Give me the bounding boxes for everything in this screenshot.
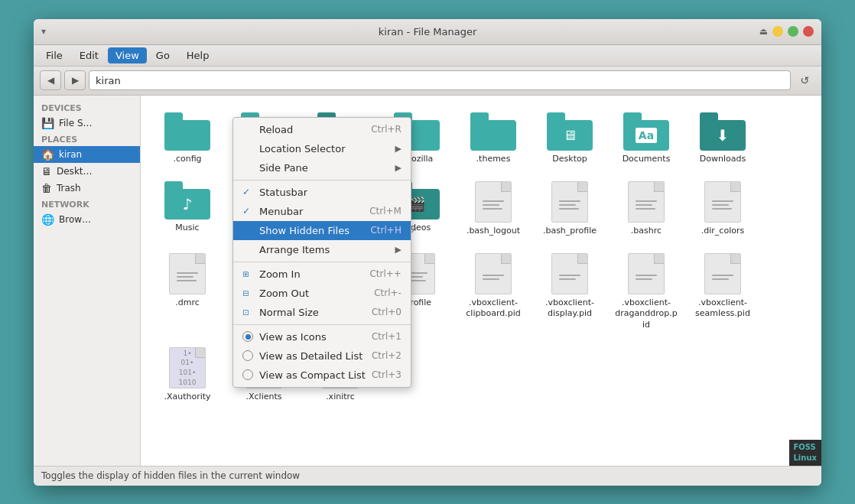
- docfile-vboxclient-seamless: [704, 253, 741, 294]
- dropdown-item-view-icons[interactable]: View as Icons Ctrl+1: [233, 327, 411, 346]
- address-text: kiran: [96, 75, 121, 86]
- sidebar-item-desktop-label: Deskt…: [57, 166, 93, 177]
- menubar-shortcut: Ctrl+M: [369, 206, 401, 216]
- menu-file[interactable]: File: [38, 47, 70, 63]
- file-item-vboxclient-clipboard[interactable]: .vboxclient-clipboard.pid: [459, 249, 528, 335]
- file-label-vboxclient-draganddrop: .vboxclient-draganddrop.pid: [615, 298, 678, 330]
- address-bar[interactable]: kiran: [89, 70, 791, 90]
- window-menu-icon[interactable]: ▾: [41, 26, 46, 37]
- zoom-out-shortcut: Ctrl+-: [374, 288, 401, 298]
- dropdown-item-side-pane[interactable]: · Side Pane ▶: [233, 158, 411, 177]
- home-icon: 🏠: [41, 148, 54, 161]
- file-label-downloads: Downloads: [700, 154, 746, 164]
- close-button[interactable]: [803, 26, 814, 37]
- file-item-bashrc[interactable]: .bashrc: [612, 177, 681, 241]
- view-compact-shortcut: Ctrl+3: [372, 369, 401, 380]
- file-item-bash-logout[interactable]: .bash_logout: [459, 177, 528, 241]
- statusbar: Toggles the display of hidden files in t…: [34, 466, 821, 486]
- file-item-documents[interactable]: Aa Documents: [612, 108, 681, 169]
- forward-button[interactable]: ▶: [64, 70, 86, 90]
- titlebar: ▾ kiran - File Manager ⏏: [34, 19, 821, 45]
- network-icon: 🌐: [41, 213, 54, 226]
- file-label-themes: .themes: [476, 154, 511, 164]
- menu-go[interactable]: Go: [148, 47, 177, 63]
- window-title: kiran - File Manager: [379, 26, 477, 37]
- menubar: File Edit View Go Help: [34, 45, 821, 67]
- dropdown-item-view-list[interactable]: View as Detailed List Ctrl+2: [233, 346, 411, 366]
- reload-label: Reload: [259, 124, 293, 135]
- main-content: DEVICES 💾 File S… PLACES 🏠 kiran 🖥 Deskt…: [34, 96, 821, 466]
- sidebar-item-filesystem[interactable]: 💾 File S…: [34, 115, 140, 132]
- foss-text: FOSS: [794, 443, 816, 451]
- dropdown-item-location-selector[interactable]: · Location Selector ▶: [233, 139, 411, 158]
- file-item-desktop[interactable]: 🖥 Desktop: [535, 108, 604, 169]
- menu-edit[interactable]: Edit: [72, 47, 106, 63]
- view-icons-radio: [242, 331, 253, 342]
- sidebar-item-desktop[interactable]: 🖥 Deskt…: [34, 163, 140, 180]
- menu-help[interactable]: Help: [179, 47, 217, 63]
- docfile-dmrc: [169, 253, 206, 294]
- file-label-xauthority: .Xauthority: [164, 392, 210, 402]
- file-item-dir-colors[interactable]: .dir_colors: [688, 177, 757, 241]
- dropdown-item-statusbar[interactable]: ✓ Statusbar: [233, 183, 411, 202]
- file-label-vboxclient-display: .vboxclient-display.pid: [538, 298, 601, 320]
- dropdown-item-normal-size[interactable]: ⊡ Normal Size Ctrl+0: [233, 303, 411, 322]
- window-controls: ⏏: [759, 26, 814, 37]
- view-compact-radio: [242, 369, 253, 380]
- menu-view[interactable]: View: [108, 47, 147, 63]
- separator-2: [233, 262, 411, 262]
- dropdown-item-menubar[interactable]: ✓ Menubar Ctrl+M: [233, 202, 411, 221]
- zoomin-icon: ⊞: [242, 270, 253, 278]
- file-label-bashrc: .bashrc: [631, 226, 662, 236]
- file-item-vboxclient-draganddrop[interactable]: .vboxclient-draganddrop.pid: [612, 249, 681, 335]
- file-label-bash-logout: .bash_logout: [467, 226, 520, 236]
- normalsize-icon: ⊡: [242, 308, 253, 317]
- dropdown-item-zoom-out[interactable]: ⊟ Zoom Out Ctrl+-: [233, 284, 411, 303]
- dropdown-item-show-hidden[interactable]: · Show Hidden Files Ctrl+H ↗: [233, 221, 411, 240]
- file-item-xauthority[interactable]: 1•01•101•1010 .Xauthority: [153, 343, 222, 407]
- folder-icon-downloads: ⬇: [700, 112, 746, 151]
- reload-button[interactable]: ↺: [794, 70, 815, 90]
- statusbar-label: Statusbar: [259, 187, 307, 198]
- file-item-themes[interactable]: .themes: [459, 108, 528, 169]
- file-item-vboxclient-display[interactable]: .vboxclient-display.pid: [535, 249, 604, 335]
- reload-icon: ↺: [242, 124, 253, 135]
- desktop-sidebar-icon: 🖥: [41, 165, 52, 177]
- file-label-config: .config: [173, 154, 201, 164]
- trash-icon: 🗑: [41, 182, 52, 194]
- maximize-button[interactable]: [788, 26, 798, 37]
- file-item-dmrc[interactable]: .dmrc: [153, 249, 222, 335]
- dropdown-item-view-compact[interactable]: View as Compact List Ctrl+3: [233, 366, 411, 385]
- file-item-downloads[interactable]: ⬇ Downloads: [688, 108, 757, 169]
- dropdown-item-zoom-in[interactable]: ⊞ Zoom In Ctrl++: [233, 265, 411, 284]
- file-item-bash-profile[interactable]: .bash_profile: [535, 177, 604, 241]
- zoomout-icon: ⊟: [242, 289, 253, 298]
- location-selector-label: Location Selector: [259, 143, 346, 154]
- file-label-xinitrc: .xinitrc: [326, 392, 355, 402]
- sidebar-item-browse-label: Brow…: [59, 214, 91, 225]
- docfile-xauthority: 1•01•101•1010: [169, 347, 206, 389]
- back-button[interactable]: ◀: [40, 70, 61, 90]
- docfile-vboxclient-display: [551, 253, 588, 294]
- sidebar-item-browse[interactable]: 🌐 Brow…: [34, 211, 140, 228]
- file-label-desktop: Desktop: [552, 154, 587, 164]
- location-blank-icon: ·: [242, 143, 253, 154]
- sidebar-item-kiran[interactable]: 🏠 kiran: [34, 146, 140, 163]
- minimize-button[interactable]: [772, 26, 783, 37]
- file-label-bash-profile: .bash_profile: [543, 226, 597, 236]
- sidebar-item-trash[interactable]: 🗑 Trash: [34, 180, 140, 197]
- file-label-dir-colors: .dir_colors: [701, 226, 744, 236]
- hidden-blank-icon: ·: [242, 225, 253, 236]
- file-item-music[interactable]: ♪ Music: [153, 177, 222, 241]
- sidebar: DEVICES 💾 File S… PLACES 🏠 kiran 🖥 Deskt…: [34, 96, 141, 466]
- statusbar-text: Toggles the display of hidden files in t…: [41, 470, 300, 481]
- dropdown-item-arrange[interactable]: · Arrange Items ▶: [233, 240, 411, 259]
- file-item-config[interactable]: .config: [153, 108, 222, 169]
- zoom-in-shortcut: Ctrl++: [369, 268, 401, 279]
- folder-icon-documents: Aa: [623, 112, 669, 151]
- view-icons-label: View as Icons: [259, 331, 327, 343]
- reload-shortcut: Ctrl+R: [371, 124, 401, 135]
- dropdown-item-reload[interactable]: ↺ Reload Ctrl+R: [233, 120, 411, 139]
- file-item-vboxclient-seamless[interactable]: .vboxclient-seamless.pid: [688, 249, 757, 335]
- side-blank-icon: ·: [242, 162, 253, 173]
